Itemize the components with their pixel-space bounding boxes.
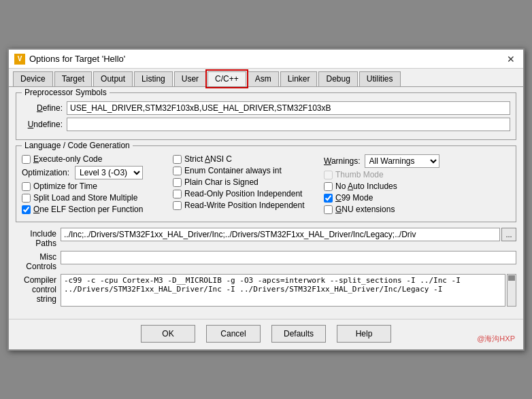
include-paths-label: Include Paths bbox=[16, 228, 56, 248]
help-button[interactable]: Help bbox=[337, 325, 391, 343]
compiler-string-label: Compiler control string bbox=[16, 274, 56, 304]
cancel-button[interactable]: Cancel bbox=[206, 325, 261, 343]
define-label: Define: bbox=[22, 103, 63, 113]
tab-utilities[interactable]: Utilities bbox=[359, 71, 401, 86]
c99-mode-row: C99 Mode bbox=[324, 193, 510, 203]
close-button[interactable]: ✕ bbox=[504, 52, 518, 66]
title-bar-left: V Options for Target 'Hello' bbox=[14, 54, 125, 65]
tab-listing[interactable]: Listing bbox=[134, 71, 173, 86]
read-write-pos-checkbox[interactable] bbox=[173, 201, 182, 210]
read-only-pos-row: Read-Only Position Independent bbox=[173, 189, 322, 198]
split-load-row: Split Load and Store Multiple bbox=[22, 193, 171, 203]
undefine-input[interactable] bbox=[67, 118, 510, 131]
plain-char-row: Plain Char is Signed bbox=[173, 177, 322, 187]
title-bar: V Options for Target 'Hello' ✕ bbox=[9, 50, 523, 69]
misc-controls-label: Misc Controls bbox=[16, 251, 56, 271]
bottom-bar: OK Cancel Defaults Help @海沟HXP bbox=[9, 319, 523, 349]
col-mid: Strict ANSI C Enum Container always int … bbox=[173, 154, 322, 216]
optimization-row: Optimization: Level 3 (-O3) Level 0 (-O0… bbox=[22, 166, 171, 179]
execute-only-checkbox[interactable] bbox=[22, 155, 31, 164]
enum-container-checkbox[interactable] bbox=[173, 167, 182, 175]
include-paths-browse-button[interactable]: ... bbox=[501, 228, 516, 241]
tab-cpp[interactable]: C/C++ bbox=[207, 71, 246, 86]
tab-linker[interactable]: Linker bbox=[280, 71, 318, 86]
watermark: @海沟HXP bbox=[477, 334, 515, 344]
tab-debug[interactable]: Debug bbox=[318, 71, 357, 86]
warnings-select[interactable]: All Warnings No Warnings MISRA compatibl… bbox=[365, 154, 439, 168]
optimization-select[interactable]: Level 3 (-O3) Level 0 (-O0) Level 1 (-O1… bbox=[75, 166, 143, 179]
tab-device[interactable]: Device bbox=[13, 71, 53, 86]
no-auto-includes-checkbox[interactable] bbox=[324, 182, 333, 191]
include-paths-wrap: ... bbox=[61, 228, 516, 241]
strict-ansi-checkbox[interactable] bbox=[173, 155, 182, 164]
strict-ansi-row: Strict ANSI C bbox=[173, 154, 322, 164]
optimize-time-checkbox[interactable] bbox=[22, 182, 31, 191]
read-write-pos-row: Read-Write Position Independent bbox=[173, 201, 322, 210]
misc-controls-row: Misc Controls bbox=[16, 251, 516, 271]
ok-button[interactable]: OK bbox=[141, 325, 195, 343]
thumb-mode-checkbox bbox=[324, 171, 333, 179]
one-elf-row: One ELF Section per Function bbox=[22, 205, 171, 214]
tab-target[interactable]: Target bbox=[54, 71, 92, 86]
compiler-string-row: Compiler control string -c99 -c -cpu Cor… bbox=[16, 274, 516, 307]
enum-container-row: Enum Container always int bbox=[173, 166, 322, 175]
compiler-string-textarea[interactable]: -c99 -c -cpu Cortex-M3 -D__MICROLIB -g -… bbox=[61, 274, 505, 307]
preprocessor-group-title: Preprocessor Symbols bbox=[22, 88, 110, 97]
misc-controls-wrap bbox=[61, 251, 516, 264]
language-group-title: Language / Code Generation bbox=[22, 141, 133, 150]
compiler-string-wrap: -c99 -c -cpu Cortex-M3 -D__MICROLIB -g -… bbox=[61, 274, 516, 307]
main-content: Preprocessor Symbols Define: Undefine: L… bbox=[9, 87, 523, 315]
thumb-mode-row: Thumb Mode bbox=[324, 170, 510, 179]
undefine-row: Undefine: bbox=[22, 118, 510, 131]
tab-user[interactable]: User bbox=[174, 71, 206, 86]
window-title: Options for Target 'Hello' bbox=[29, 54, 125, 64]
col-right: Warnings: All Warnings No Warnings MISRA… bbox=[324, 154, 510, 216]
no-auto-includes-row: No Auto Includes bbox=[324, 181, 510, 191]
main-window: V Options for Target 'Hello' ✕ Device Ta… bbox=[7, 48, 525, 351]
c99-mode-checkbox[interactable] bbox=[324, 194, 333, 203]
app-icon: V bbox=[14, 54, 25, 65]
misc-controls-input[interactable] bbox=[61, 251, 516, 264]
include-paths-row: Include Paths ... bbox=[16, 228, 516, 248]
col-left: Execute-only Code Optimization: Level 3 … bbox=[22, 154, 171, 216]
preprocessor-group: Preprocessor Symbols Define: Undefine: bbox=[16, 92, 516, 140]
language-group: Language / Code Generation Execute-only … bbox=[16, 145, 516, 222]
undefine-label: Undefine: bbox=[22, 120, 63, 129]
plain-char-checkbox[interactable] bbox=[173, 178, 182, 187]
tab-asm[interactable]: Asm bbox=[248, 71, 279, 86]
read-only-pos-checkbox[interactable] bbox=[173, 190, 182, 198]
include-paths-input[interactable] bbox=[61, 228, 500, 241]
one-elf-checkbox[interactable] bbox=[22, 205, 31, 214]
defaults-button[interactable]: Defaults bbox=[271, 325, 326, 343]
define-input[interactable] bbox=[67, 101, 510, 115]
warnings-row: Warnings: All Warnings No Warnings MISRA… bbox=[324, 154, 510, 168]
execute-only-row: Execute-only Code bbox=[22, 154, 171, 164]
gnu-extensions-row: GNU extensions bbox=[324, 205, 510, 214]
define-row: Define: bbox=[22, 101, 510, 115]
compiler-scrollbar[interactable] bbox=[507, 274, 516, 307]
gnu-extensions-checkbox[interactable] bbox=[324, 205, 333, 214]
tabs-bar: Device Target Output Listing User C/C++ … bbox=[9, 69, 523, 87]
optimize-time-row: Optimize for Time bbox=[22, 181, 171, 191]
split-load-checkbox[interactable] bbox=[22, 194, 31, 203]
tab-output[interactable]: Output bbox=[93, 71, 133, 86]
